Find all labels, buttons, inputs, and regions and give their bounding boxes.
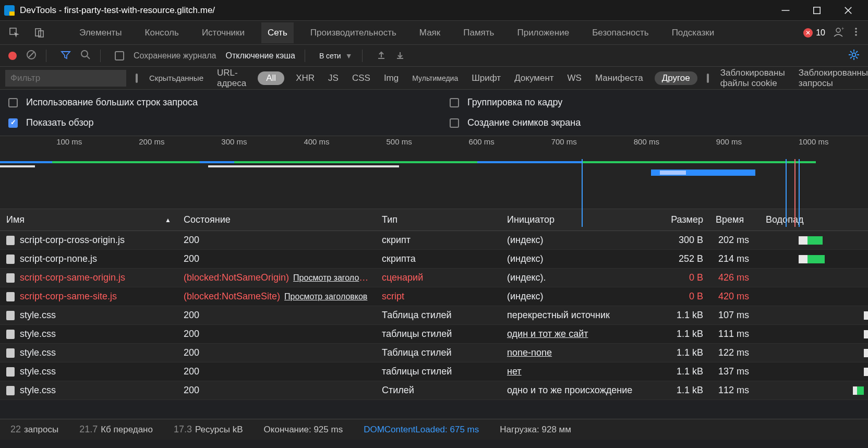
error-counter[interactable]: ✕ 10 — [803, 28, 825, 38]
svg-point-14 — [81, 51, 88, 57]
tab-elements[interactable]: Элементы — [73, 22, 128, 43]
preserve-log-label: Сохранение журнала — [134, 51, 216, 60]
table-row[interactable]: style.css 200 Таблица стилей перекрестны… — [0, 306, 868, 325]
close-button[interactable] — [833, 0, 864, 21]
request-initiator[interactable]: (индекс) — [507, 253, 544, 264]
upload-har-icon[interactable] — [377, 50, 386, 61]
filter-img[interactable]: Img — [382, 71, 401, 86]
tab-memory[interactable]: Память — [457, 22, 500, 43]
request-initiator[interactable]: одно и то же происхождение — [507, 385, 632, 395]
record-button[interactable] — [8, 52, 17, 60]
disable-cache-label: Отключение кэша — [226, 51, 295, 60]
filter-other[interactable]: Другое — [655, 71, 697, 85]
request-status: (blocked:NotSameSite) — [184, 291, 280, 301]
request-size: 0 B — [668, 272, 709, 283]
blocked-cookies-checkbox[interactable] — [707, 74, 709, 83]
request-type: Таблица стилей — [382, 310, 451, 320]
view-headers-link[interactable]: Просмотр заголовков — [284, 292, 367, 301]
request-initiator[interactable]: (индекс). — [507, 272, 546, 283]
filter-js[interactable]: JS — [326, 71, 341, 86]
request-initiator[interactable]: нет — [507, 366, 522, 377]
preserve-log-checkbox[interactable] — [115, 51, 124, 60]
requests-table-body: script-corp-cross-origin.js 200 скрипт (… — [0, 231, 868, 419]
table-row[interactable]: style.css 200 таблицы стилей нет 1.1 kB … — [0, 362, 868, 381]
request-initiator[interactable]: один и тот же сайт — [507, 329, 588, 339]
sb-load: Нагрузка: 928 мм — [500, 425, 571, 435]
screenshots-checkbox[interactable] — [450, 118, 459, 128]
tab-network[interactable]: Сеть — [261, 22, 294, 43]
tab-application[interactable]: Приложение — [511, 22, 575, 43]
search-icon[interactable] — [80, 50, 91, 62]
svg-rect-5 — [35, 29, 41, 36]
table-row[interactable]: style.css 200 Таблица стилей none-none 1… — [0, 344, 868, 362]
timeline-tick: 1000 ms — [799, 137, 829, 146]
tab-console[interactable]: Консоль — [139, 22, 185, 43]
filter-media[interactable]: Мультимедиа — [410, 72, 460, 84]
tab-hints[interactable]: Подсказки — [666, 22, 721, 43]
request-name: style.css — [20, 347, 56, 358]
timeline-overview[interactable]: 100 ms200 ms300 ms400 ms500 ms600 ms700 … — [0, 136, 868, 209]
sb-resources-label: Ресурсы kB — [195, 425, 243, 434]
chevron-down-icon: ▼ — [345, 52, 353, 60]
filter-doc[interactable]: Документ — [512, 71, 556, 86]
table-row[interactable]: script-corp-same-origin.js (blocked:NotS… — [0, 269, 868, 287]
request-initiator[interactable]: (индекс) — [507, 235, 544, 245]
request-size: 1.1 kB — [668, 310, 709, 321]
view-headers-link[interactable]: Просмотр заголовков — [293, 273, 376, 282]
request-type: сценарий — [382, 272, 423, 283]
filter-input[interactable] — [5, 70, 126, 87]
table-row[interactable]: style.css 200 таблицы стилей один и тот … — [0, 325, 868, 344]
request-waterfall — [760, 269, 868, 287]
svg-point-7 — [836, 28, 840, 32]
download-har-icon[interactable] — [395, 50, 405, 61]
request-initiator[interactable]: (индекс) — [507, 291, 544, 301]
tab-security[interactable]: Безопасность — [586, 22, 655, 43]
show-overview-checkbox[interactable] — [8, 118, 18, 128]
request-status: (blocked:NotSameOrigin) — [184, 272, 289, 283]
table-row[interactable]: script-corp-same-site.js (blocked:NotSam… — [0, 287, 868, 306]
request-time: 137 ms — [709, 366, 760, 377]
request-status: 200 — [184, 347, 199, 358]
filter-toggle-icon[interactable] — [61, 50, 71, 62]
inspect-element-icon[interactable] — [7, 26, 22, 40]
filter-all[interactable]: All — [258, 71, 284, 85]
filter-font[interactable]: Шрифт — [469, 71, 503, 86]
throttling-select[interactable]: В сети ▼ — [319, 52, 353, 60]
clear-button[interactable] — [26, 50, 37, 62]
table-row[interactable]: script-corp-none.js 200 скрипта (индекс)… — [0, 250, 868, 269]
group-by-frame-checkbox[interactable] — [450, 98, 459, 107]
sb-resources-count: 17.3 — [174, 424, 192, 434]
settings-gear-icon[interactable] — [848, 49, 860, 62]
hide-data-urls-checkbox[interactable] — [136, 74, 138, 83]
request-initiator[interactable]: none-none — [507, 347, 552, 358]
filter-ws[interactable]: WS — [565, 71, 584, 86]
svg-rect-1 — [814, 7, 821, 14]
request-type: Стилей — [382, 385, 414, 395]
tab-performance[interactable]: Производительность — [304, 22, 403, 43]
file-icon — [6, 386, 15, 395]
request-status: 200 — [184, 385, 199, 395]
request-initiator[interactable]: перекрестный источник — [507, 310, 610, 320]
device-toolbar-icon[interactable] — [32, 26, 47, 40]
request-waterfall — [760, 250, 868, 268]
sb-requests-count: 22 — [10, 424, 21, 434]
minimize-button[interactable] — [770, 0, 801, 21]
table-row[interactable]: style.css 200 Стилей одно и то же происх… — [0, 381, 868, 400]
filter-xhr[interactable]: XHR — [294, 71, 317, 86]
more-icon[interactable] — [851, 26, 861, 39]
request-name: style.css — [20, 385, 56, 396]
large-rows-checkbox[interactable] — [8, 98, 18, 107]
request-name: script-corp-cross-origin.js — [20, 235, 125, 246]
table-row[interactable]: script-corp-cross-origin.js 200 скрипт (… — [0, 231, 868, 250]
request-size: 1.1 kB — [668, 385, 709, 396]
request-time: 107 ms — [709, 310, 760, 321]
tab-lighthouse[interactable]: Маяк — [413, 22, 447, 43]
filter-css[interactable]: CSS — [350, 71, 372, 86]
network-toolbar: Сохранение журнала Отключение кэша В сет… — [0, 45, 868, 67]
maximize-button[interactable] — [801, 0, 833, 21]
filter-manifest[interactable]: Манифеста — [593, 71, 645, 86]
account-icon[interactable]: + — [833, 26, 844, 39]
request-time: 111 ms — [709, 329, 760, 340]
request-status: 200 — [184, 253, 199, 264]
tab-sources[interactable]: Источники — [196, 22, 251, 43]
